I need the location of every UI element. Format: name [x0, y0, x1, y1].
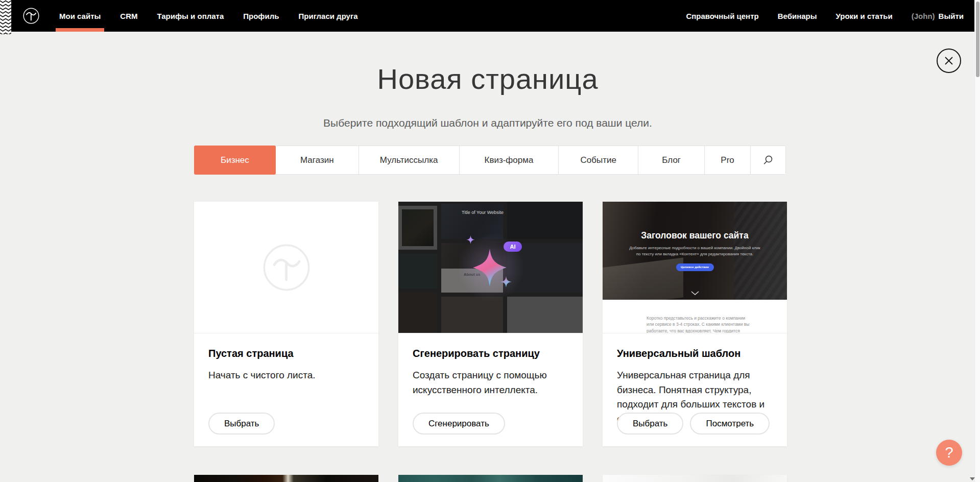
nav-lessons[interactable]: Уроки и статьи — [836, 0, 893, 32]
card-description: Начать с чистого листа. — [208, 368, 364, 383]
card-title: Пустая страница — [208, 348, 364, 359]
tab-blog[interactable]: Блог — [638, 146, 705, 174]
tab-shop[interactable]: Магазин — [276, 146, 359, 174]
nav-invite-friend[interactable]: Пригласи друга — [298, 0, 357, 32]
preview-body-text: Коротко представьтесь и расскажите о ком… — [647, 315, 751, 333]
choose-blank-button[interactable]: Выбрать — [208, 413, 275, 435]
tilda-zigzag-pattern — [0, 0, 11, 34]
generate-page-preview[interactable]: Title of Your Website About us — [398, 202, 583, 333]
logout-label: Выйти — [939, 12, 964, 20]
tilda-logo-icon[interactable] — [20, 5, 42, 27]
template-category-tabs: Бизнес Магазин Мультиссылка Квиз-форма С… — [194, 146, 786, 175]
scroll-down-arrow-icon[interactable] — [970, 477, 975, 480]
blank-page-preview[interactable] — [194, 202, 378, 333]
choose-template-button[interactable]: Выбрать — [617, 413, 683, 435]
preview-text-section: Коротко представьтесь и расскажите о ком… — [603, 300, 787, 333]
tilda-watermark-icon — [262, 243, 311, 292]
template-card-partial-1[interactable] — [194, 475, 378, 482]
help-button[interactable]: ? — [936, 440, 962, 466]
preview-cta-button: Целевое действие — [676, 263, 714, 271]
preview-site-title: Title of Your Website — [449, 210, 516, 215]
tab-search[interactable] — [751, 146, 785, 174]
search-icon — [763, 155, 773, 165]
template-thumbnail — [398, 475, 583, 482]
generate-button[interactable]: Сгенерировать — [413, 413, 505, 435]
blank-page-card: Пустая страница Начать с чистого листа. … — [194, 202, 378, 446]
template-card-partial-2[interactable] — [398, 475, 583, 482]
close-icon — [944, 56, 954, 66]
tab-event[interactable]: Событие — [559, 146, 638, 174]
page-title: Новая страница — [0, 62, 975, 95]
template-thumbnail — [194, 475, 378, 482]
tab-business[interactable]: Бизнес — [194, 146, 276, 175]
nav-tariffs[interactable]: Тарифы и оплата — [157, 0, 224, 32]
template-card-partial-3[interactable] — [603, 475, 787, 482]
nav-help-center[interactable]: Справочный центр — [686, 0, 758, 32]
nav-profile[interactable]: Профиль — [243, 0, 279, 32]
close-button[interactable] — [937, 49, 961, 73]
ai-badge: AI — [504, 242, 522, 252]
generate-page-card: Title of Your Website About us — [398, 202, 583, 446]
tab-pro[interactable]: Pro — [705, 146, 751, 174]
user-name: (John) — [912, 12, 935, 20]
tab-multilink[interactable]: Мультиссылка — [359, 146, 460, 174]
question-mark-icon: ? — [945, 444, 953, 461]
chevron-down-icon — [691, 291, 699, 295]
template-thumbnail — [603, 475, 787, 482]
universal-template-preview[interactable]: Заголовок вашего сайта Добавьте интересн… — [603, 202, 787, 333]
template-collage: Title of Your Website About us — [398, 202, 583, 333]
card-description: Создать страницу с помощью искусственног… — [413, 368, 568, 397]
preview-hero: Заголовок вашего сайта Добавьте интересн… — [603, 202, 787, 300]
template-grid: Пустая страница Начать с чистого листа. … — [194, 202, 787, 482]
secondary-menu: Справочный центр Вебинары Уроки и статьи… — [686, 0, 964, 32]
card-title: Сгенерировать страницу — [413, 348, 568, 359]
preview-template-button[interactable]: Посмотреть — [690, 413, 770, 435]
new-page-dialog: Мои сайты CRM Тарифы и оплата Профиль Пр… — [0, 0, 980, 482]
universal-template-card: Заголовок вашего сайта Добавьте интересн… — [603, 202, 787, 446]
generate-page-info: Сгенерировать страницу Создать страницу … — [398, 333, 583, 446]
tab-quiz-form[interactable]: Квиз-форма — [460, 146, 559, 174]
card-title: Универсальный шаблон — [617, 348, 773, 359]
page-subtitle: Выберите подходящий шаблон и адаптируйте… — [0, 117, 975, 129]
nav-crm[interactable]: CRM — [120, 0, 137, 32]
small-sparkle-icon — [500, 276, 512, 287]
preview-hero-heading: Заголовок вашего сайта — [603, 230, 787, 241]
nav-webinars[interactable]: Вебинары — [778, 0, 817, 32]
nav-my-sites[interactable]: Мои сайты — [59, 0, 101, 32]
universal-template-info: Универсальный шаблон Универсальная стран… — [603, 333, 787, 446]
main-menu: Мои сайты CRM Тарифы и оплата Профиль Пр… — [59, 0, 358, 32]
scrollbar-thumb[interactable] — [976, 2, 979, 77]
scrollbar-track[interactable] — [974, 0, 980, 482]
small-sparkle-icon — [466, 235, 475, 244]
blank-page-info: Пустая страница Начать с чистого листа. … — [194, 333, 378, 446]
logout-button[interactable]: (John) Выйти — [912, 0, 964, 32]
preview-hero-subheading: Добавьте интересные подробности о вашей … — [629, 245, 761, 258]
top-nav: Мои сайты CRM Тарифы и оплата Профиль Пр… — [0, 0, 980, 32]
